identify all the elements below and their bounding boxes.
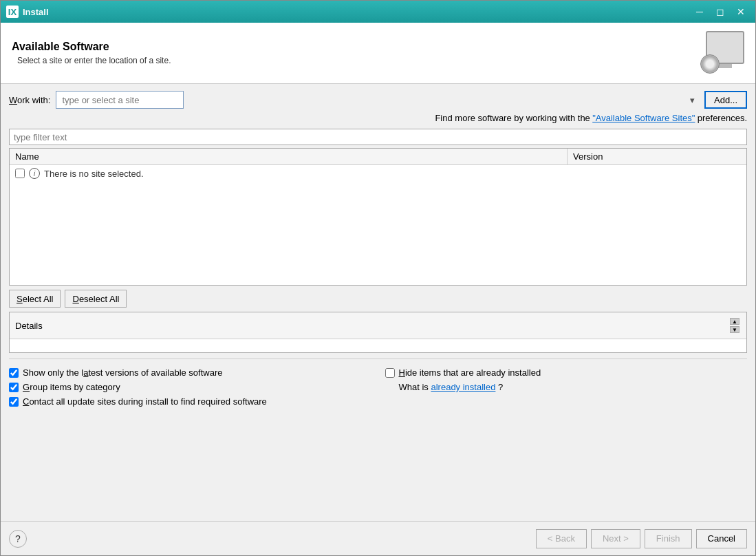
finish-button[interactable]: Finish bbox=[645, 529, 692, 548]
bottom-bar: ? < Back Next > Finish Cancel bbox=[1, 521, 755, 555]
table-row: i There is no site selected. bbox=[10, 165, 746, 182]
add-button[interactable]: Add... bbox=[704, 91, 747, 109]
col-version: Version bbox=[568, 149, 746, 164]
hide-installed-row: Hide items that are already installed bbox=[385, 367, 748, 378]
group-items-row: Group items by category bbox=[9, 382, 371, 392]
find-more-suffix: preferences. bbox=[698, 113, 747, 123]
group-items-label: Group items by category bbox=[23, 382, 120, 392]
filter-input[interactable] bbox=[9, 129, 747, 145]
work-with-label: Work with: bbox=[9, 95, 50, 105]
contact-sites-checkbox[interactable] bbox=[9, 397, 19, 407]
find-more-row: Find more software by working with the "… bbox=[1, 111, 755, 129]
available-software-sites-link[interactable]: "Available Software Sites" bbox=[592, 113, 695, 123]
no-site-text: There is no site selected. bbox=[44, 169, 144, 179]
work-with-row: Work with: Add... bbox=[1, 84, 755, 111]
scroll-up-arrow[interactable]: ▲ bbox=[730, 318, 739, 325]
table-header: Name Version bbox=[10, 149, 746, 165]
install-window: IX Install ─ ◻ ✕ Available Software Sele… bbox=[0, 0, 756, 556]
details-scrollbar: ▲ ▼ bbox=[728, 315, 741, 336]
col-name: Name bbox=[10, 149, 568, 164]
page-subtitle: Select a site or enter the location of a… bbox=[17, 56, 171, 65]
row-checkbox[interactable] bbox=[15, 169, 25, 178]
window-title: Install bbox=[23, 7, 691, 17]
what-is-suffix: ? bbox=[498, 382, 503, 392]
select-all-button[interactable]: Select All bbox=[9, 290, 61, 308]
what-is-text: What is bbox=[399, 382, 429, 392]
window-icon: IX bbox=[6, 6, 19, 18]
title-bar-controls: ─ ◻ ✕ bbox=[691, 4, 750, 19]
site-dropdown-wrapper bbox=[56, 91, 699, 109]
maximize-button[interactable]: ◻ bbox=[711, 4, 729, 19]
filter-row bbox=[1, 129, 755, 148]
hide-installed-label: Hide items that are already installed bbox=[399, 367, 541, 378]
show-latest-row: Show only the latest versions of availab… bbox=[9, 367, 371, 378]
site-input[interactable] bbox=[56, 91, 184, 109]
header-panel: Available Software Select a site or ente… bbox=[1, 23, 755, 84]
contact-sites-row: Contact all update sites during install … bbox=[9, 396, 371, 407]
group-items-checkbox[interactable] bbox=[9, 383, 19, 392]
separator bbox=[9, 359, 747, 359]
hide-installed-checkbox[interactable] bbox=[385, 368, 395, 378]
show-latest-checkbox[interactable] bbox=[9, 368, 19, 378]
contact-sites-label: Contact all update sites during install … bbox=[23, 396, 267, 407]
next-button[interactable]: Next > bbox=[591, 529, 640, 548]
title-bar: IX Install ─ ◻ ✕ bbox=[1, 1, 755, 23]
deselect-all-button[interactable]: Deselect All bbox=[65, 290, 127, 308]
details-header: Details ▲ ▼ bbox=[10, 312, 746, 339]
details-label: Details bbox=[15, 321, 43, 331]
col-right: Hide items that are already installed Wh… bbox=[385, 367, 748, 411]
software-table: Name Version i There is no site selected… bbox=[9, 148, 747, 286]
close-button[interactable]: ✕ bbox=[732, 4, 750, 19]
header-text: Available Software Select a site or ente… bbox=[12, 41, 171, 65]
what-is-row: What is already installed ? bbox=[385, 382, 748, 392]
col-left: Show only the latest versions of availab… bbox=[9, 367, 371, 411]
scroll-down-arrow[interactable]: ▼ bbox=[730, 326, 739, 333]
find-more-prefix: Find more software by working with the bbox=[435, 113, 590, 123]
cd-icon bbox=[700, 54, 720, 74]
nav-buttons: < Back Next > Finish Cancel bbox=[536, 529, 747, 548]
details-section: Details ▲ ▼ bbox=[9, 312, 747, 353]
content-area: Work with: Add... Find more software by … bbox=[1, 84, 755, 521]
select-deselect-row: Select All Deselect All bbox=[1, 286, 755, 312]
cancel-button[interactable]: Cancel bbox=[696, 529, 747, 548]
page-title: Available Software bbox=[12, 41, 171, 53]
spacer bbox=[1, 416, 755, 521]
info-icon: i bbox=[29, 168, 40, 179]
checkboxes-section: Show only the latest versions of availab… bbox=[1, 362, 755, 416]
header-icon bbox=[700, 31, 744, 75]
help-button[interactable]: ? bbox=[9, 530, 27, 548]
spacer-small bbox=[1, 353, 755, 359]
show-latest-label: Show only the latest versions of availab… bbox=[23, 367, 223, 378]
already-installed-link[interactable]: already installed bbox=[431, 382, 495, 392]
minimize-button[interactable]: ─ bbox=[691, 4, 709, 19]
two-col-checkboxes: Show only the latest versions of availab… bbox=[9, 367, 747, 411]
back-button[interactable]: < Back bbox=[536, 529, 587, 548]
